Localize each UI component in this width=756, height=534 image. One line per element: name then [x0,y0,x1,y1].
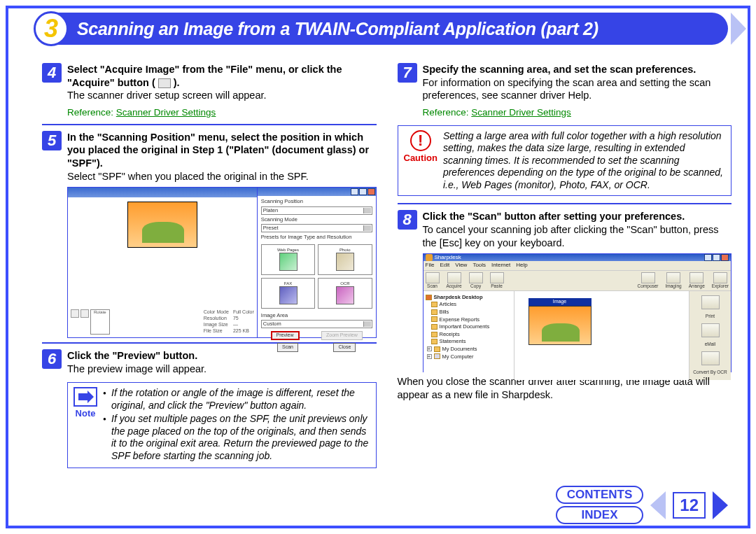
step5-body: Select "SPF" when you placed the origina… [67,171,309,182]
ref-link[interactable]: Scanner Driver Settings [116,107,216,118]
caution-text: Setting a large area with full color tog… [443,130,725,192]
step-8: 8 Click the "Scan" button after setting … [398,210,732,249]
right-column: 7 Specify the scanning area, and set the… [398,63,732,496]
step7-body: For information on specifying the scan a… [423,77,711,101]
contents-link[interactable]: CONTENTS [556,486,644,504]
ref-link[interactable]: Scanner Driver Settings [471,107,571,118]
step4-reference: Reference: Scanner Driver Settings [67,106,377,118]
note-icon [74,387,97,407]
step6-bold: Click the "Preview" button. [67,350,197,361]
left-column: 4 Select "Acquire Image" from the "File"… [42,63,377,496]
step-number: 6 [42,349,62,369]
index-link[interactable]: INDEX [556,506,644,524]
page-title: Scanning an Image from a TWAIN-Compliant… [77,19,598,39]
scanmode-label: Scanning Mode [261,216,372,223]
acquire-icon [158,78,171,88]
prev-page-arrow-icon[interactable] [650,491,666,519]
step5-bold: In the "Scanning Position" menu, select … [67,132,369,169]
caution-icon: ! [410,130,431,151]
step-number: 4 [42,63,62,83]
step7-reference: Reference: Scanner Driver Settings [423,106,732,118]
rotate-button: Rotate [90,309,110,335]
scanpos-dropdown: Platen [261,206,372,215]
step7-bold: Specify the scanning area, and set the s… [423,64,696,75]
step-number: 7 [398,63,417,83]
preview-image [127,202,197,248]
step4-bold-a: Select "Acquire Image" from the "File" m… [67,64,342,88]
page-number: 12 [673,492,706,519]
title-banner: 3 Scanning an Image from a TWAIN-Complia… [35,13,728,45]
section-number: 3 [34,11,69,46]
step8-bold: Click the "Scan" button after setting yo… [423,211,685,222]
step-5: 5 In the "Scanning Position" menu, selec… [42,131,377,183]
app-icon [426,254,433,261]
folder-tree: Sharpdesk Desktop Articles Bills Expense… [424,291,514,380]
navigation-bar: CONTENTS INDEX 12 [556,486,728,524]
app-title: Sharpdesk [435,254,461,261]
svg-marker-0 [78,391,94,403]
note-box: Note If the rotation or angle of the ima… [67,382,377,468]
note-bullet-2: If you set multiple pages on the SPF, th… [103,413,370,462]
caution-box: ! Caution Setting a large area with full… [398,125,732,197]
step-number: 8 [398,210,417,230]
scanpos-label: Scanning Position [261,198,372,205]
sharpdesk-screenshot: Sharpdesk FileEdit ViewTools InternetHel… [423,253,732,372]
zoom-button: Zoom Preview [321,331,363,340]
note-label: Note [76,408,96,419]
step-4: 4 Select "Acquire Image" from the "File"… [42,63,377,102]
presets-label: Presets for Image Type and Resolution [261,234,372,241]
toolbar: Scan Acquire Copy Paste Composer Imaging… [424,270,732,291]
step4-bold-b: ). [174,77,180,88]
step-7: 7 Specify the scanning area, and set the… [398,63,732,102]
info-labels: Color Mode Resolution Image Size File Si… [204,309,229,335]
info-vals: Full Color 75 — 225 KB [233,309,254,335]
separator [42,124,377,125]
step-number: 5 [42,131,62,150]
scanmode-dropdown: Preset [261,224,372,232]
area-dropdown: Custom [261,320,372,328]
title-arrow-icon [731,13,746,45]
next-page-arrow-icon[interactable] [713,491,728,519]
image-thumbnail: Image [528,298,592,345]
step-6: 6 Click the "Preview" button. The previe… [42,349,377,375]
separator [398,203,732,204]
step6-body: The preview image will appear. [67,363,206,374]
scanner-driver-screenshot: Rotate Color Mode Resolution Image Size … [67,187,377,338]
area-label: Image Area [261,312,372,319]
output-zone: Print eMail Convert By OCR [689,291,731,380]
preview-button: Preview [271,331,300,340]
caution-label: Caution [404,153,438,164]
note-bullet-1: If the rotation or angle of the image is… [103,387,370,412]
step4-body: The scanner driver setup screen will app… [67,90,267,101]
step8-body: To cancel your scanning job after clicki… [423,224,719,248]
menu-bar: FileEdit ViewTools InternetHelp [424,261,732,269]
